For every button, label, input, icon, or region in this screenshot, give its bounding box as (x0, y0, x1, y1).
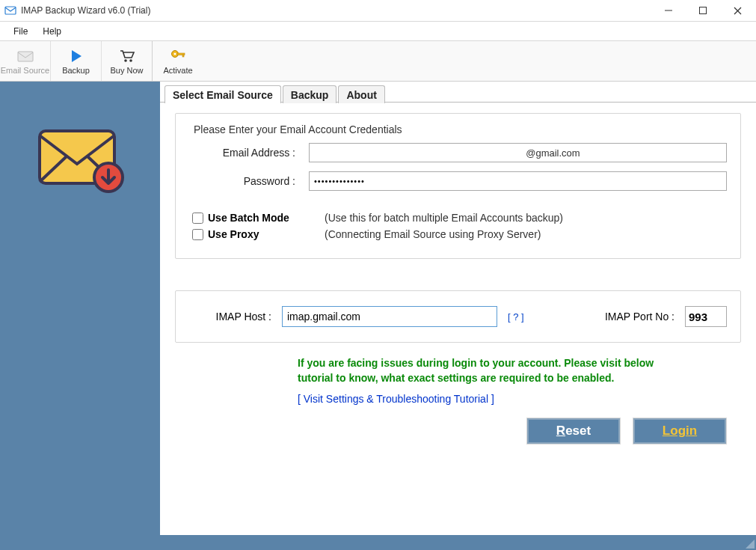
email-source-icon (17, 48, 34, 64)
credentials-legend: Please Enter your Email Account Credenti… (191, 123, 405, 135)
imap-host-label: IMAP Host : (189, 311, 271, 323)
password-row: Password : (189, 171, 727, 191)
content-panel: Select Email Source Backup About Please … (160, 82, 756, 535)
cart-icon (119, 48, 135, 64)
proxy-row: Use Proxy (Connecting Email Source using… (192, 228, 727, 240)
app-icon (4, 4, 16, 16)
window-title: IMAP Backup Wizard v6.0 (Trial) (21, 5, 651, 16)
tab-backup[interactable]: Backup (283, 85, 337, 103)
svg-point-8 (129, 59, 132, 62)
batch-mode-row: Use Batch Mode (Use this for batch multi… (192, 212, 727, 224)
key-icon (170, 48, 186, 64)
imap-fieldset: IMAP Host : [ ? ] IMAP Port No : (175, 290, 741, 343)
svg-rect-0 (5, 7, 16, 14)
toolbar: Email Source Backup Buy Now Activate (0, 41, 756, 82)
tab-select-email-source[interactable]: Select Email Source (165, 85, 281, 103)
email-label: Email Address : (189, 147, 309, 159)
sidebar (0, 82, 160, 535)
titlebar: IMAP Backup Wizard v6.0 (Trial) (0, 0, 756, 22)
menu-file[interactable]: File (6, 24, 35, 39)
reset-mnemonic: R (556, 424, 565, 438)
imap-row: IMAP Host : [ ? ] IMAP Port No : (189, 306, 727, 327)
email-row: Email Address : (189, 143, 727, 162)
menu-help[interactable]: Help (35, 24, 69, 39)
minimize-button[interactable] (651, 0, 686, 21)
backup-button[interactable]: Backup (51, 41, 102, 81)
buy-now-label: Buy Now (110, 66, 143, 75)
resize-grip[interactable] (744, 538, 755, 549)
password-field[interactable] (309, 171, 727, 191)
tutorial-link[interactable]: [ Visit Settings & Troubleshooting Tutor… (298, 393, 494, 405)
svg-rect-5 (18, 52, 33, 61)
tabs: Select Email Source Backup About (165, 83, 756, 103)
batch-mode-checkbox[interactable] (192, 213, 203, 224)
tab-panel: Please Enter your Email Account Credenti… (160, 103, 756, 444)
tab-about[interactable]: About (338, 85, 384, 103)
statusbar (0, 535, 756, 550)
login-label: Login (663, 424, 697, 439)
activate-label: Activate (163, 66, 192, 75)
imap-help-link[interactable]: [ ? ] (508, 311, 524, 323)
activate-button[interactable]: Activate (153, 41, 203, 81)
play-icon (68, 48, 84, 64)
svg-point-10 (173, 52, 176, 55)
svg-marker-6 (72, 50, 82, 62)
batch-mode-desc: (Use this for batch multiple Email Accou… (325, 212, 563, 224)
backup-label: Backup (62, 66, 90, 75)
proxy-checkbox[interactable] (192, 229, 203, 240)
window-controls (651, 0, 755, 21)
batch-mode-label: Use Batch Mode (208, 212, 325, 224)
svg-rect-2 (700, 7, 707, 14)
svg-rect-12 (182, 55, 184, 57)
email-field[interactable] (309, 143, 727, 162)
close-button[interactable] (720, 0, 755, 21)
imap-port-field[interactable] (685, 306, 727, 327)
login-info-text: If you are facing issues during login to… (298, 356, 686, 385)
action-buttons: Reset Login (175, 418, 726, 444)
proxy-desc: (Connecting Email Source using Proxy Ser… (325, 228, 541, 240)
svg-point-7 (124, 59, 127, 62)
proxy-label: Use Proxy (208, 228, 325, 240)
main-area: Select Email Source Backup About Please … (0, 82, 756, 535)
login-button[interactable]: Login (633, 418, 726, 444)
email-source-label: Email Source (1, 66, 49, 75)
menubar: File Help (0, 22, 756, 41)
email-source-button[interactable]: Email Source (0, 41, 51, 81)
imap-port-label: IMAP Port No : (605, 311, 674, 323)
buy-now-button[interactable]: Buy Now (102, 41, 153, 81)
envelope-icon (35, 122, 125, 535)
reset-button[interactable]: Reset (527, 418, 620, 444)
credentials-fieldset: Please Enter your Email Account Credenti… (175, 113, 741, 259)
maximize-button[interactable] (686, 0, 720, 21)
reset-rest: eset (565, 424, 591, 438)
password-label: Password : (189, 175, 309, 187)
imap-host-field[interactable] (282, 306, 497, 327)
